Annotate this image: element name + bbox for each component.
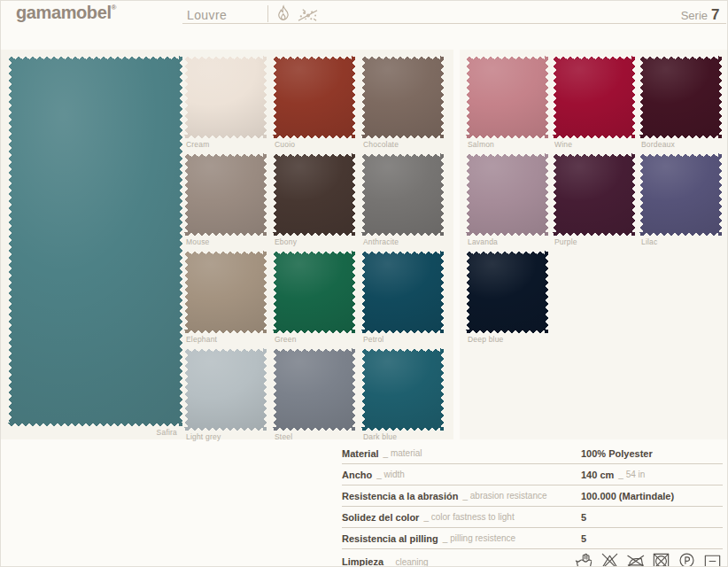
swatch-label: Cuoio xyxy=(275,140,295,149)
spec-row-material: Material_ material 100% Polyester xyxy=(342,443,723,464)
swatch-ebony: Ebony xyxy=(273,153,355,236)
spec-label-en: _ material xyxy=(383,448,422,458)
swatch-deep-blue: Deep blue xyxy=(466,251,548,333)
specs-table: Material_ material 100% Polyester Ancho_… xyxy=(342,443,723,567)
fabric-swatch xyxy=(273,251,355,333)
swatch-lavanda: Lavanda xyxy=(466,153,548,236)
spec-value-text: 5 xyxy=(581,512,586,523)
brand-logo: gamamobel® xyxy=(16,3,116,23)
fabric-swatch xyxy=(273,56,355,138)
registered-mark: ® xyxy=(112,4,117,12)
hand-wash-icon xyxy=(574,551,594,567)
serie-badge: Serie7 xyxy=(681,6,719,24)
spec-label-en: _ color fastness to light xyxy=(423,512,514,522)
spec-value-text: 140 cm xyxy=(581,470,614,480)
spec-value-light: _ 54 in xyxy=(618,470,645,479)
spec-label-es: Solidez del color xyxy=(342,512,419,523)
brand-text: gamamobel xyxy=(16,3,112,22)
spec-label-es: Material xyxy=(342,448,379,459)
swatch-label: Ebony xyxy=(275,237,297,246)
swatch-label: Dark blue xyxy=(363,432,397,441)
spec-row-cleaning: Limpieza_ cleaning xyxy=(342,549,723,567)
fabric-swatch xyxy=(361,348,444,431)
swatch-label: Purple xyxy=(554,237,577,246)
swatch-cuoio: Cuoio xyxy=(273,56,355,138)
serie-number: 7 xyxy=(711,6,719,23)
swatch-label: Green xyxy=(275,335,297,344)
stain-resistance-icon xyxy=(295,4,321,25)
spec-row-width: Ancho_ width 140 cm_ 54 in xyxy=(342,464,723,485)
fabric-swatch xyxy=(466,153,548,236)
swatch-label: Salmon xyxy=(468,140,494,149)
swatch-label: Anthracite xyxy=(363,237,399,246)
swatch-lilac: Lilac xyxy=(639,153,722,236)
collection-name: Louvre xyxy=(187,8,227,22)
swatch-chocolate: Chocolate xyxy=(361,56,444,138)
catalog-page: gamamobel® Louvre Serie7 Safira Cream Cu… xyxy=(0,0,728,567)
fabric-swatch xyxy=(639,56,722,138)
spec-value: 5 xyxy=(581,528,586,548)
swatch-mouse: Mouse xyxy=(184,153,267,236)
header-divider xyxy=(267,5,268,22)
swatch-steel: Steel xyxy=(273,348,355,431)
spec-value: 5 xyxy=(581,507,586,527)
fabric-swatch xyxy=(184,348,267,431)
fabric-swatch xyxy=(361,251,444,333)
swatch-label: Chocolate xyxy=(363,140,399,149)
swatch-bordeaux: Bordeaux xyxy=(639,56,722,138)
spec-row-abrasion: Resistencia a la abrasión_ abrasion resi… xyxy=(342,485,723,507)
swatch-label: Bordeaux xyxy=(641,140,675,149)
spec-label-en: _ width xyxy=(376,470,405,479)
spec-label-es: Resistencia al pilling xyxy=(342,533,438,544)
header-rule xyxy=(182,23,726,24)
spec-label-es: Ancho xyxy=(342,470,372,480)
do-not-iron-icon xyxy=(625,551,646,567)
do-not-bleach-icon xyxy=(600,551,620,567)
spec-row-pilling: Resistencia al pilling_ pilling resisten… xyxy=(342,528,723,549)
swatch-label: Lavanda xyxy=(468,237,498,246)
fabric-swatch xyxy=(184,56,267,138)
flame-icon xyxy=(275,4,293,25)
fabric-swatch xyxy=(466,56,548,138)
swatch-wine: Wine xyxy=(553,56,635,138)
swatch-label: Deep blue xyxy=(468,335,504,344)
swatch-cream: Cream xyxy=(184,56,267,138)
spec-value: 100% Polyester xyxy=(581,443,653,463)
fabric-swatch xyxy=(273,153,355,236)
hero-swatch-safira: Safira xyxy=(8,56,182,426)
swatch-label: Steel xyxy=(275,432,292,441)
swatch-light-grey: Light grey xyxy=(184,348,267,431)
spec-value-text: 5 xyxy=(581,533,586,544)
serie-label: Serie xyxy=(681,9,708,22)
fabric-swatch xyxy=(361,153,444,236)
swatch-label: Safira xyxy=(157,428,177,437)
swatch-anthracite: Anthracite xyxy=(361,153,444,236)
spec-label-es: Resistencia a la abrasión xyxy=(342,491,458,501)
spec-value: 100.000 (Martindale) xyxy=(581,485,674,506)
swatch-dark-blue: Dark blue xyxy=(361,348,444,431)
do-not-tumble-dry-icon xyxy=(651,551,671,567)
swatch-label: Light grey xyxy=(186,432,221,441)
fabric-swatch xyxy=(8,56,182,426)
spec-label-es: Limpieza xyxy=(342,556,383,567)
fabric-swatch xyxy=(466,251,548,333)
fabric-swatch xyxy=(184,153,267,236)
swatch-purple: Purple xyxy=(553,153,635,236)
spec-value-text: 100.000 (Martindale) xyxy=(581,491,674,501)
swatch-label: Elephant xyxy=(186,335,217,344)
spec-value: 140 cm_ 54 in xyxy=(581,464,645,485)
fabric-swatch xyxy=(184,251,267,333)
fabric-swatch xyxy=(361,56,444,138)
swatch-green: Green xyxy=(273,251,355,333)
dry-flat-icon xyxy=(702,551,723,567)
swatch-petrol: Petrol xyxy=(361,251,444,333)
spec-label-en: _ abrasion resistance xyxy=(462,491,546,501)
spec-label-en: _ cleaning xyxy=(388,557,429,567)
swatch-elephant: Elephant xyxy=(184,251,267,333)
swatch-salmon: Salmon xyxy=(466,56,548,138)
swatch-label: Petrol xyxy=(363,335,383,344)
spec-row-color-fastness: Solidez del color_ color fastness to lig… xyxy=(342,507,723,528)
swatch-label: Wine xyxy=(554,140,572,149)
dry-clean-p-icon xyxy=(677,551,697,567)
swatch-grid-left: Cream Cuoio Chocolate Mouse Ebony Anthra… xyxy=(184,56,444,431)
